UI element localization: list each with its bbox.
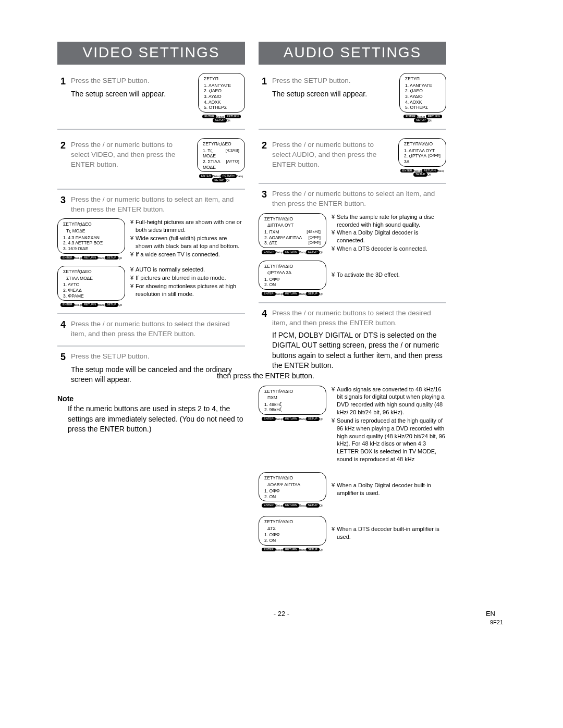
- video-step1-num: 1: [57, 76, 66, 87]
- video-step3-osd-stillmode: ΣΕΤΥΠ/ςΙΔΕΟ ΣΤΙΛΛ ΜΟΔΕ 1. ΑΥΤΟ 2. ΦΙΕΛΔ …: [57, 266, 125, 301]
- video-step4-instr: Press the / or numeric buttons to select…: [71, 319, 245, 339]
- audio-step3-osd-virtual3d: ΣΕΤΥΠ/ΑΥΔΙΟ ςΙΡΤΥΑΛ 3Δ 1. ΟΦΦ 2. ΟΝ: [259, 261, 326, 290]
- audio-dolby-osd: ΣΕΤΥΠ/ΑΥΔΙΟ ΔΟΛΒΨ ΔΙΓΙΤΑΛ 1. ΟΦΦ 2. ΟΝ: [259, 472, 326, 502]
- audio-conditional-cont: then press the ENTER button.: [217, 371, 446, 381]
- audio-step4-instr: Press the / or numeric buttons to select…: [272, 309, 446, 328]
- video-step2-instr: Press the / or numeric buttons to select…: [71, 140, 192, 170]
- audio-step1-result: The setup screen will appear.: [272, 89, 393, 100]
- video-step3-num: 3: [57, 195, 66, 206]
- page-number: - 22 -: [274, 610, 289, 618]
- audio-dolby-callouts: When a Dolby Digital decoder built-in am…: [326, 472, 446, 498]
- audio-step1-osd: ΣΕΤΥΠ 1. ΛΑΝΓΥΑΓΕ 2. ςΙΔΕΟ 3. ΑΥΔΙΟ 4. Λ…: [399, 73, 446, 113]
- video-step1-result: The setup screen will appear.: [71, 89, 192, 100]
- video-step2-num: 2: [57, 140, 66, 151]
- video-settings-header: VIDEO SETTINGS: [57, 42, 245, 65]
- video-step3-instr: Press the / or numeric buttons to select…: [71, 195, 245, 215]
- audio-step3-num: 3: [259, 189, 267, 200]
- audio-step3-instr: Press the / or numeric buttons to select…: [272, 189, 446, 209]
- footer-lang: EN: [486, 610, 495, 618]
- audio-step2-instr: Press the / or numeric buttons to select…: [272, 140, 393, 170]
- audio-settings-header: AUDIO SETTINGS: [259, 42, 446, 65]
- audio-dts-osd: ΣΕΤΥΠ/ΑΥΔΙΟ ΔΤΣ 1. ΟΦΦ 2. ΟΝ: [259, 516, 326, 546]
- audio-step1-instr: Press the SETUP button.: [272, 76, 393, 86]
- video-step5-instr: Press the SETUP button.: [71, 352, 245, 362]
- audio-dts-callouts: When a DTS decoder built-in amplifier is…: [326, 516, 446, 541]
- audio-digitalout-callouts: Sets the sample rate for playing a disc …: [326, 213, 446, 253]
- note-heading: Note: [57, 394, 245, 403]
- video-step3-osd-tvmode: ΣΕΤΥΠ/ςΙΔΕΟ Τς ΜΟΔΕ 1. 4:3 ΠΑΝ&ΣΧΑΝ 2. 4…: [57, 218, 125, 253]
- video-step2-osd: ΣΕΤΥΠ/ςΙΔΕΟ 1. Τς ΜΟΔΕ[4:3ΛΒ] 2. ΣΤΙΛΛ Μ…: [197, 138, 245, 172]
- audio-step3-osd-digitalout: ΣΕΤΥΠ/ΑΥΔΙΟ ΔΙΓΙΤΑΛ ΟΥΤ 1. ΠΧΜ[48κΗζ] 2.…: [259, 213, 326, 248]
- audio-step2-num: 2: [259, 140, 267, 151]
- video-step1-instr: Press the SETUP button.: [71, 76, 192, 86]
- audio-step2-osd: ΣΕΤΥΠ/ΑΥΔΙΟ 1. ΔΙΓΙΤΑΛ ΟΥΤ 2. ςΙΡΤΥΑΛ 3Δ…: [398, 138, 446, 167]
- audio-step4-num: 4: [259, 309, 267, 319]
- note-text: If the numeric buttons are used in steps…: [68, 404, 245, 435]
- audio-pcm-osd: ΣΕΤΥΠ/ΑΥΔΙΟ ΠΧΜ 1. 48κΗζ 2. 96κΗζ: [259, 386, 326, 415]
- audio-conditional-text: If PCM, DOLBY DIGITAL or DTS is selected…: [272, 330, 446, 371]
- osd-button-legend: ENTERSetup RETURN SETUPQit: [198, 115, 245, 122]
- audio-column: 1 Press the SETUP button. The setup scre…: [259, 66, 446, 551]
- video-step5-num: 5: [57, 352, 66, 363]
- video-step4-num: 4: [57, 319, 66, 330]
- video-stillmode-callouts: AUTO is normally selected. If pictures a…: [125, 266, 245, 298]
- audio-virtual3d-callouts: To activate the 3D effect.: [326, 261, 446, 279]
- page-footer: - 22 - EN 9F21: [0, 610, 563, 618]
- video-step1-osd: ΣΕΤΥΠ 1. ΛΑΝΓΥΑΓΕ 2. ςΙΔΕΟ 3. ΑΥΔΙΟ 4. Λ…: [198, 73, 245, 113]
- audio-pcm-callouts: Audio signals are converted to 48 kHz/16…: [326, 386, 446, 464]
- video-tvmode-callouts: Full-height pictures are shown with one …: [125, 218, 245, 258]
- footer-code: 9F21: [490, 619, 503, 625]
- audio-step1-num: 1: [259, 76, 267, 87]
